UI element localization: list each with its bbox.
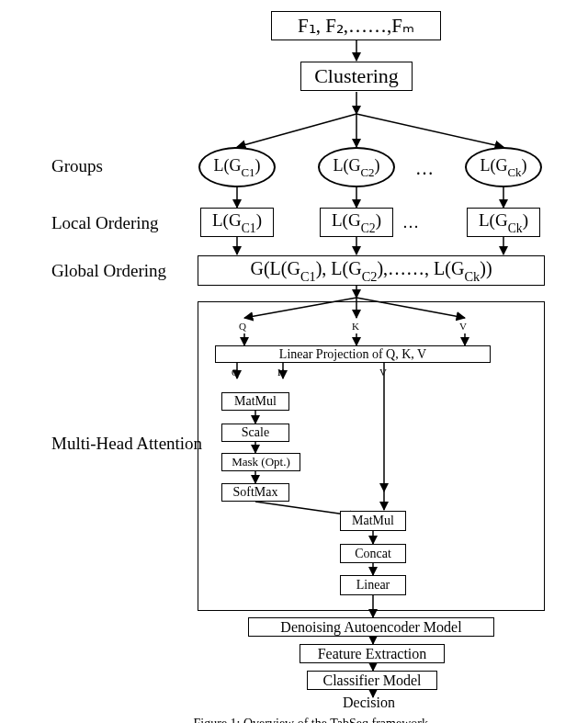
group-dots: … — [415, 158, 434, 179]
local-dots: … — [402, 213, 419, 232]
figure-caption: Figure 1: Overview of the TabSeq framewo… — [138, 717, 487, 723]
matmul2-box: MatMul — [340, 511, 406, 531]
svg-line-2 — [237, 114, 356, 147]
global-ordering-box: G(L(GC1), L(GC2),……, L(GCk)) — [198, 255, 545, 286]
concat-box: Concat — [340, 544, 406, 563]
mask-box: Mask (Opt.) — [221, 453, 300, 471]
v-label-top: V — [459, 321, 467, 332]
group2-text: L(GC2) — [333, 156, 379, 179]
groupk-text: L(GCk) — [480, 156, 526, 179]
k-label-top: K — [352, 321, 359, 332]
dae-box: Denoising Autoencoder Model — [248, 617, 494, 637]
scale-box: Scale — [221, 424, 289, 442]
linear-box: Linear — [340, 575, 406, 595]
linear-projection-box: Linear Projection of Q, K, V — [215, 345, 491, 363]
local-box-k: L(GCk) — [467, 208, 540, 237]
k-label-bottom: K — [277, 367, 285, 378]
local-box-2: L(GC2) — [320, 208, 393, 237]
q-label-top: Q — [239, 321, 246, 332]
group-ellipse-1: L(GC1) — [198, 147, 276, 187]
mha-label: Multi-Head Attention — [51, 434, 202, 454]
q-label-bottom: Q — [232, 367, 239, 378]
clustering-text: Clustering — [314, 64, 399, 88]
v-label-bottom: V — [379, 367, 387, 378]
classifier-box: Classifier Model — [307, 671, 437, 690]
local-ordering-label: Local Ordering — [51, 213, 159, 233]
global-ordering-label: Global Ordering — [51, 261, 166, 281]
input-features-box: F₁, F₂,……,Fₘ — [271, 11, 441, 40]
clustering-box: Clustering — [300, 62, 413, 91]
svg-line-4 — [356, 114, 503, 147]
feature-extraction-box: Feature Extraction — [300, 644, 445, 663]
matmul1-box: MatMul — [221, 392, 289, 411]
groups-label: Groups — [51, 156, 103, 176]
decision-text: Decision — [343, 695, 395, 711]
softmax-box: SoftMax — [221, 483, 289, 502]
local-box-1: L(GC1) — [200, 208, 274, 237]
group-ellipse-k: L(GCk) — [465, 147, 542, 187]
group-ellipse-2: L(GC2) — [318, 147, 395, 187]
input-features-text: F₁, F₂,……,Fₘ — [298, 15, 414, 38]
group1-text: L(GC1) — [213, 156, 260, 179]
